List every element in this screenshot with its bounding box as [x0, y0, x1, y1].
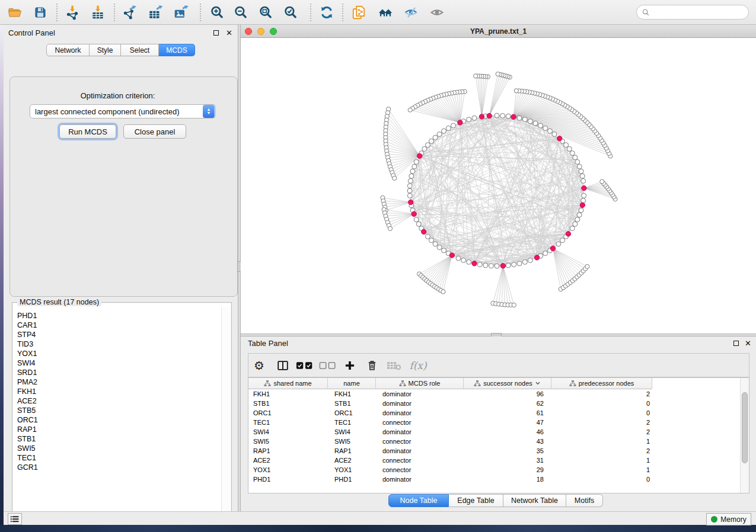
tab-network[interactable]: Network: [46, 44, 90, 56]
delete-trash-icon[interactable]: [365, 358, 379, 373]
show-all-icon[interactable]: [428, 4, 446, 21]
save-session-icon[interactable]: [31, 4, 49, 21]
criterion-label: Optimization criterion:: [4, 91, 232, 100]
table-settings-gear-icon[interactable]: ⚙: [253, 358, 266, 373]
table-row[interactable]: ORC1ORC1dominator610: [248, 408, 739, 418]
toolbar-separator: [200, 4, 201, 21]
network-window-title: YPA_prune.txt_1: [241, 27, 756, 36]
table-row[interactable]: SWI5SWI5connector431: [248, 437, 739, 446]
export-image-icon[interactable]: [172, 4, 190, 21]
main-toolbar: [0, 0, 756, 25]
hide-selected-icon[interactable]: [402, 4, 420, 21]
control-panel-title: Control Panel: [8, 28, 55, 37]
zoom-selected-icon[interactable]: [282, 4, 299, 21]
network-canvas[interactable]: [241, 38, 756, 334]
node-table[interactable]: shared name name MCDS role successor nod…: [248, 377, 749, 493]
table-row[interactable]: FKH1FKH1dominator962: [248, 389, 739, 399]
tab-network-table[interactable]: Network Table: [503, 494, 566, 507]
clone-network-icon[interactable]: [350, 4, 368, 21]
tab-select[interactable]: Select: [121, 44, 159, 56]
mcds-result-group: MCDS result (17 nodes) PHD1 CAR1 STP4 TI…: [12, 302, 232, 521]
list-item[interactable]: SRD1: [17, 368, 222, 377]
open-session-icon[interactable]: [6, 4, 24, 21]
column-header-successor-nodes[interactable]: successor nodes: [464, 378, 551, 389]
mcds-result-list[interactable]: PHD1 CAR1 STP4 TID3 YOX1 SWI4 SRD1 PMA2 …: [13, 307, 222, 520]
list-item[interactable]: FKH1: [17, 387, 222, 396]
list-item[interactable]: SWI4: [17, 358, 222, 368]
memory-button[interactable]: Memory: [706, 513, 751, 525]
close-panel-icon[interactable]: ✕: [226, 30, 232, 36]
toolbar-separator: [342, 4, 343, 21]
desktop-wallpaper-bottom: [0, 525, 756, 532]
tab-node-table[interactable]: Node Table: [388, 494, 449, 507]
table-scrollbar[interactable]: [740, 378, 749, 493]
list-item[interactable]: SWI5: [17, 444, 222, 453]
list-item[interactable]: PHD1: [17, 311, 222, 321]
list-item[interactable]: RAP1: [17, 425, 222, 434]
function-builder-icon: f(x): [408, 358, 428, 373]
column-header-shared-name[interactable]: shared name: [248, 378, 328, 389]
import-table-icon[interactable]: [89, 4, 107, 21]
tab-motifs[interactable]: Motifs: [566, 494, 603, 507]
table-row[interactable]: STB1STB1dominator620: [248, 399, 739, 408]
float-panel-icon[interactable]: [733, 341, 739, 346]
table-row[interactable]: ACE2ACE2connector311: [248, 456, 739, 465]
list-item[interactable]: CAR1: [17, 321, 222, 330]
close-panel-icon[interactable]: ✕: [745, 341, 751, 346]
criterion-select[interactable]: largest connected component (undirected)…: [30, 104, 216, 118]
export-table-icon[interactable]: [146, 4, 164, 21]
memory-label: Memory: [720, 515, 746, 524]
column-label: name: [343, 380, 360, 387]
attribute-icon: [569, 380, 576, 387]
list-item[interactable]: ORC1: [17, 415, 222, 425]
list-item[interactable]: TEC1: [17, 453, 222, 463]
column-visibility-icon[interactable]: [275, 358, 291, 373]
table-row[interactable]: RAP1RAP1dominator352: [248, 446, 739, 456]
toolbar-separator: [114, 4, 115, 21]
export-network-icon[interactable]: [120, 4, 138, 21]
list-item[interactable]: ACE2: [17, 396, 222, 406]
search-box[interactable]: [636, 5, 749, 20]
list-item[interactable]: STP4: [17, 330, 222, 339]
list-item[interactable]: STB5: [17, 406, 222, 415]
criterion-value: largest connected component (undirected): [30, 107, 203, 116]
import-network-icon[interactable]: [63, 4, 81, 21]
search-input[interactable]: [650, 8, 739, 17]
control-panel-tabs: Network Style Select MCDS: [46, 44, 195, 56]
zoom-out-icon[interactable]: [232, 4, 250, 21]
create-column-plus-icon[interactable]: [343, 358, 357, 373]
table-body: FKH1FKH1dominator962 STB1STB1dominator62…: [248, 389, 739, 484]
list-scrollbar[interactable]: [221, 307, 231, 520]
table-row[interactable]: YOX1YOX1connector291: [248, 465, 739, 475]
list-item[interactable]: YOX1: [17, 349, 222, 358]
toolbar-separator: [310, 4, 311, 21]
refresh-icon[interactable]: [318, 4, 336, 21]
mcds-result-title: MCDS result (17 nodes): [17, 298, 101, 306]
table-row[interactable]: SWI4SWI4dominator462: [248, 427, 739, 437]
column-header-predecessor-nodes[interactable]: predecessor nodes: [551, 378, 652, 389]
first-neighbors-icon[interactable]: [377, 4, 394, 21]
list-item[interactable]: PMA2: [17, 377, 222, 387]
zoom-in-icon[interactable]: [208, 4, 226, 21]
network-graph[interactable]: [241, 38, 756, 334]
unselect-all-columns-icon[interactable]: [318, 358, 339, 373]
run-mcds-button[interactable]: Run MCDS: [59, 124, 116, 139]
float-panel-icon[interactable]: [213, 30, 219, 36]
tab-mcds[interactable]: MCDS: [159, 44, 195, 56]
close-panel-button[interactable]: Close panel: [123, 124, 186, 139]
zoom-fit-icon[interactable]: [257, 4, 275, 21]
task-history-list-button[interactable]: [8, 513, 22, 525]
list-item[interactable]: TID3: [17, 339, 222, 349]
select-stepper-icon: ▲▼: [203, 105, 215, 118]
tab-edge-table[interactable]: Edge Table: [449, 494, 503, 507]
table-row[interactable]: PHD1PHD1dominator180: [248, 475, 739, 484]
tab-style[interactable]: Style: [90, 44, 121, 56]
column-label: successor nodes: [483, 380, 532, 387]
column-header-mcds-role[interactable]: MCDS role: [376, 378, 464, 389]
table-row[interactable]: TEC1TEC1connector472: [248, 418, 739, 427]
column-header-name[interactable]: name: [328, 378, 376, 389]
list-item[interactable]: GCR1: [17, 463, 222, 472]
select-all-columns-icon[interactable]: [295, 358, 316, 373]
list-item[interactable]: STB1: [17, 434, 222, 444]
table-scrollbar-thumb[interactable]: [742, 392, 748, 463]
